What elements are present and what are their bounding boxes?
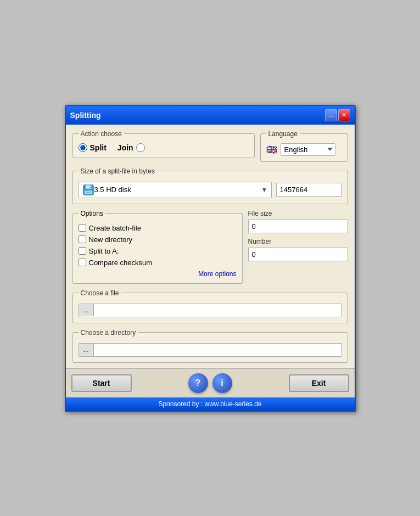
- main-window: Splitting — ✕ Action choose Split Join: [65, 105, 356, 412]
- number-group: Number: [248, 238, 348, 261]
- floppy-disk-icon: [82, 184, 94, 196]
- disk-select-wrapper[interactable]: 3.5 HD disk ▼: [79, 182, 272, 198]
- file-size-group: File size: [248, 210, 348, 233]
- create-batch-label: Create batch-file: [89, 224, 141, 232]
- language-legend: Language: [266, 130, 300, 138]
- split-size-fieldset: Size of a split-file in bytes 3.5 HD dis…: [72, 167, 348, 204]
- choose-file-browse-button[interactable]: ...: [79, 304, 94, 316]
- action-choose-legend: Action choose: [79, 130, 124, 138]
- new-directory-checkbox[interactable]: [79, 235, 86, 243]
- split-size-legend: Size of a split-file in bytes: [79, 167, 157, 175]
- filesize-number-col: File size Number: [248, 210, 348, 261]
- options-fieldset: Options Create batch-file New directory …: [72, 210, 243, 284]
- close-button[interactable]: ✕: [338, 109, 350, 121]
- info-button[interactable]: i: [212, 373, 232, 393]
- start-button[interactable]: Start: [71, 374, 132, 392]
- action-choose-fieldset: Action choose Split Join: [72, 130, 255, 158]
- join-label: Join: [117, 143, 133, 152]
- language-select-wrapper: 🇬🇧 English German French Spanish: [266, 143, 342, 156]
- flag-icon: 🇬🇧: [266, 144, 277, 155]
- bytes-input[interactable]: [276, 183, 342, 197]
- number-input[interactable]: [248, 248, 348, 261]
- compare-checksum-label: Compare checksum: [89, 259, 153, 267]
- window-title: Splitting: [70, 111, 101, 120]
- file-size-label: File size: [248, 210, 348, 217]
- compare-checksum-checkbox-row[interactable]: Compare checksum: [79, 259, 237, 267]
- choose-directory-fieldset: Choose a directory ...: [72, 329, 348, 363]
- title-bar-buttons: — ✕: [325, 109, 350, 121]
- window-body: Action choose Split Join Language 🇬🇧: [66, 125, 355, 368]
- disk-label: 3.5 HD disk: [94, 186, 261, 194]
- join-radio-label[interactable]: Join: [117, 143, 145, 152]
- sponsor-bar: Sponsored by : www.blue-series.de: [66, 397, 355, 411]
- join-radio[interactable]: [136, 143, 145, 152]
- more-options-link[interactable]: More options: [79, 270, 237, 278]
- minimize-button[interactable]: —: [325, 109, 337, 121]
- new-directory-checkbox-row[interactable]: New directory: [79, 235, 237, 244]
- new-directory-label: New directory: [89, 235, 132, 244]
- bottom-buttons: Start ? i Exit: [66, 368, 355, 397]
- action-row: Split Join: [79, 143, 249, 152]
- svg-rect-2: [86, 185, 89, 188]
- disk-dropdown-arrow-icon: ▼: [261, 186, 268, 194]
- choose-directory-browse-button[interactable]: ...: [79, 344, 94, 356]
- file-size-input[interactable]: [248, 220, 348, 233]
- svg-rect-4: [85, 191, 91, 193]
- top-row: Action choose Split Join Language 🇬🇧: [72, 130, 348, 162]
- split-radio-label[interactable]: Split: [79, 143, 107, 152]
- split-radio[interactable]: [79, 143, 87, 152]
- choose-file-legend: Choose a file: [79, 289, 121, 297]
- choose-file-input-row: ...: [79, 304, 342, 317]
- split-to-a-label: Split to A:: [89, 247, 119, 255]
- icon-button-group: ? i: [188, 373, 232, 393]
- compare-checksum-checkbox[interactable]: [79, 259, 86, 266]
- split-label: Split: [90, 143, 107, 152]
- options-filesize-row: Options Create batch-file New directory …: [72, 210, 348, 284]
- choose-file-path-input[interactable]: [94, 304, 341, 317]
- help-button[interactable]: ?: [188, 373, 208, 393]
- choose-directory-path-input[interactable]: [94, 344, 341, 356]
- choose-directory-legend: Choose a directory: [79, 329, 138, 336]
- options-legend: Options: [79, 210, 105, 217]
- language-select[interactable]: English German French Spanish: [281, 143, 335, 156]
- sponsor-text: Sponsored by : www.blue-series.de: [158, 400, 261, 408]
- choose-directory-input-row: ...: [79, 343, 342, 357]
- split-to-a-checkbox-row[interactable]: Split to A:: [79, 247, 237, 255]
- split-size-row: 3.5 HD disk ▼: [79, 182, 342, 198]
- split-to-a-checkbox[interactable]: [79, 247, 86, 255]
- number-label: Number: [248, 238, 348, 245]
- language-fieldset: Language 🇬🇧 English German French Spanis…: [260, 130, 348, 162]
- exit-button[interactable]: Exit: [289, 374, 349, 392]
- choose-file-fieldset: Choose a file ...: [72, 289, 348, 323]
- create-batch-checkbox[interactable]: [79, 224, 86, 232]
- title-bar: Splitting — ✕: [66, 106, 355, 125]
- create-batch-checkbox-row[interactable]: Create batch-file: [79, 224, 237, 232]
